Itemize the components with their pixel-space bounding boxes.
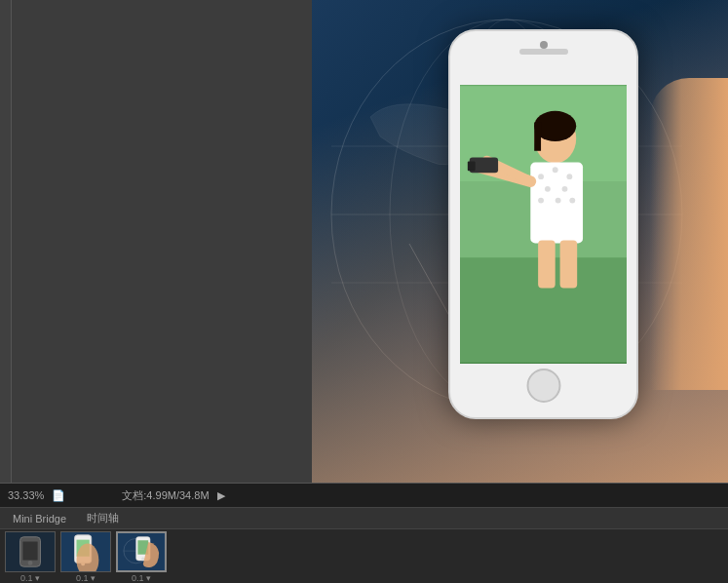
thumbnail-2[interactable]: 0.1 ▾ bbox=[60, 531, 111, 583]
phone-home-button bbox=[526, 369, 560, 403]
canvas-area bbox=[0, 0, 728, 483]
thumb2-preview bbox=[61, 532, 110, 571]
svg-point-32 bbox=[569, 198, 575, 204]
svg-point-28 bbox=[545, 186, 551, 192]
left-panel bbox=[0, 0, 312, 483]
thumb-label-1: 0.1 ▾ bbox=[20, 573, 40, 583]
thumb-label-3: 0.1 ▾ bbox=[132, 573, 151, 583]
thumbnail-3[interactable]: 0.1 ▾ bbox=[116, 531, 167, 583]
svg-point-25 bbox=[538, 174, 544, 179]
zoom-level: 33.33% bbox=[8, 489, 44, 501]
svg-point-31 bbox=[556, 198, 561, 204]
svg-point-42 bbox=[28, 561, 33, 565]
svg-rect-38 bbox=[560, 241, 578, 289]
phone-frame bbox=[448, 29, 638, 419]
thumb-frame-1[interactable] bbox=[5, 531, 56, 572]
tab-bar: Mini Bridge 时间轴 bbox=[0, 508, 728, 529]
svg-point-29 bbox=[562, 186, 568, 192]
svg-rect-23 bbox=[534, 122, 541, 150]
thumb-frame-3[interactable] bbox=[116, 531, 167, 572]
status-bar: 33.33% 📄 文档:4.99M/34.8M ▶ bbox=[0, 483, 728, 507]
filmstrip: 0.1 ▾ 0.1 ▾ bbox=[0, 529, 728, 583]
svg-point-27 bbox=[566, 174, 572, 179]
thumb-label-2: 0.1 ▾ bbox=[76, 573, 96, 583]
hand-fingers-right bbox=[650, 78, 728, 390]
thumb1-preview bbox=[6, 532, 55, 571]
tab-timeline[interactable]: 时间轴 bbox=[79, 508, 127, 528]
thumb-frame-2[interactable] bbox=[60, 531, 111, 572]
doc-info: 文档:4.99M/34.8M bbox=[122, 488, 209, 503]
phone-screen bbox=[460, 85, 627, 364]
svg-rect-41 bbox=[22, 541, 37, 560]
svg-point-30 bbox=[538, 198, 544, 204]
phone-camera bbox=[540, 41, 548, 49]
svg-point-26 bbox=[553, 167, 558, 173]
playback-arrow[interactable]: ▶ bbox=[217, 489, 225, 502]
svg-rect-37 bbox=[538, 241, 556, 289]
phone-speaker bbox=[519, 49, 568, 55]
thumbnail-1[interactable]: 0.1 ▾ bbox=[5, 531, 56, 583]
ruler-left bbox=[0, 0, 12, 483]
main-image bbox=[312, 0, 728, 483]
svg-rect-36 bbox=[468, 162, 476, 172]
doc-icon: 📄 bbox=[52, 489, 65, 502]
tab-mini-bridge[interactable]: Mini Bridge bbox=[5, 508, 74, 528]
bottom-panel: Mini Bridge 时间轴 0.1 ▾ bbox=[0, 507, 728, 583]
thumb3-preview bbox=[118, 533, 165, 570]
